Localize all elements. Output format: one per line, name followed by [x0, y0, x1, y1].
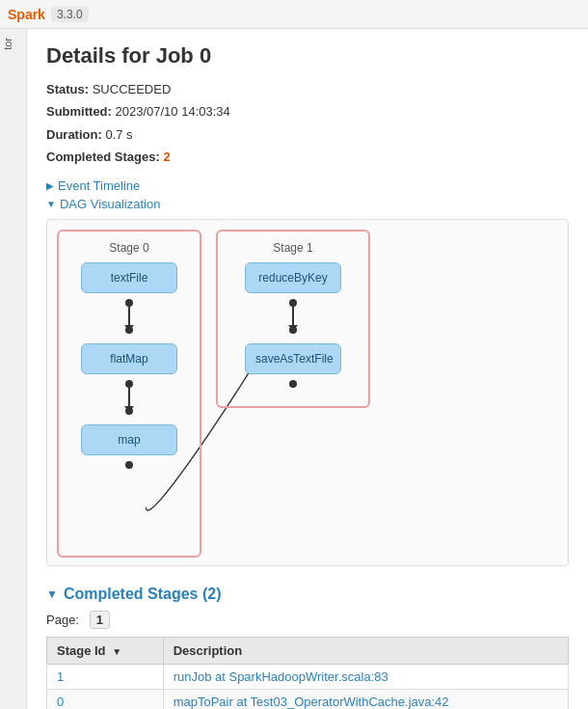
node-dot-8 — [289, 380, 297, 388]
status-row: Status: SUCCEEDED — [46, 78, 569, 100]
dag-arrow: ▼ — [46, 199, 56, 209]
col-stage-id[interactable]: Stage Id ▼ — [47, 637, 164, 664]
rdd-node-saveastextfile: saveAsTextFile — [245, 343, 341, 374]
event-timeline-toggle[interactable]: ▶ Event Timeline — [46, 178, 569, 193]
spark-logo: Spark — [8, 7, 45, 22]
stages-table: Stage Id ▼ Description 1 runJob at Spark… — [46, 637, 569, 709]
completed-stages-label: Completed Stages: — [46, 150, 160, 164]
event-timeline-section: ▶ Event Timeline ▼ DAG Visualization — [46, 178, 569, 211]
event-timeline-label: Event Timeline — [58, 178, 140, 193]
col-description[interactable]: Description — [163, 637, 568, 664]
sort-arrow-stage-id: ▼ — [112, 646, 121, 657]
rdd-node-textfile: textFile — [81, 262, 177, 293]
cell-desc-0: runJob at SparkHadoopWriter.scala:83 — [163, 664, 568, 689]
left-nav: tor — [0, 29, 27, 709]
main-content: Details for Job 0 Status: SUCCEEDED Subm… — [27, 29, 588, 709]
nav-item-tor: tor — [0, 34, 26, 54]
stage-1-nodes: reduceByKey saveAsTextFile — [227, 262, 359, 388]
dag-label: DAG Visualization — [60, 197, 161, 211]
node-dot-3 — [125, 380, 133, 388]
rdd-node-reducebykey: reduceByKey — [245, 262, 341, 293]
page-nav-top: Page: 1 — [46, 611, 569, 629]
dag-container: Stage 0 textFile flatMap map — [46, 219, 569, 566]
rdd-node-flatmap: flatMap — [81, 343, 177, 374]
status-value: SUCCEEDED — [93, 82, 172, 96]
node-dot-1 — [125, 299, 133, 307]
desc-link-1[interactable]: runJob at SparkHadoopWriter.scala:83 — [174, 669, 388, 684]
stage-1-box: Stage 1 reduceByKey saveAsTextFile — [216, 230, 370, 408]
status-label: Status: — [46, 82, 89, 96]
stage-0-nodes: textFile flatMap map — [68, 262, 190, 469]
completed-stages-heading: Completed Stages (2) — [64, 586, 222, 603]
connector-3 — [292, 307, 294, 326]
stage-id-link-1[interactable]: 1 — [57, 669, 64, 684]
event-timeline-arrow: ▶ — [46, 180, 54, 191]
connector-2 — [128, 388, 130, 407]
rdd-node-map: map — [81, 424, 177, 455]
completed-stages-count[interactable]: 2 — [163, 150, 170, 164]
submitted-value: 2023/07/10 14:03:34 — [116, 104, 230, 119]
stage-0-label: Stage 0 — [68, 241, 190, 255]
stage-id-link-0[interactable]: 0 — [57, 695, 64, 709]
page-number-top[interactable]: 1 — [90, 611, 110, 629]
desc-link-0[interactable]: mapToPair at Test03_OperatorWithCache.ja… — [174, 695, 449, 709]
table-row: 1 runJob at SparkHadoopWriter.scala:83 — [47, 664, 569, 689]
cell-stage-id-0: 1 — [47, 664, 164, 689]
node-dot-5 — [125, 461, 133, 469]
dag-toggle[interactable]: ▼ DAG Visualization — [46, 197, 569, 211]
connector-1 — [128, 307, 130, 326]
cell-stage-id-1: 0 — [47, 689, 164, 709]
page-title: Details for Job 0 — [46, 43, 569, 68]
completed-stages-title: ▼ Completed Stages (2) — [46, 586, 569, 603]
duration-label: Duration: — [46, 127, 102, 142]
stage-1-label: Stage 1 — [227, 241, 359, 255]
submitted-row: Submitted: 2023/07/10 14:03:34 — [46, 100, 569, 123]
completed-stages-row: Completed Stages: 2 — [46, 146, 569, 168]
page-label: Page: — [46, 613, 79, 627]
node-dot-6 — [289, 299, 297, 307]
meta-info: Status: SUCCEEDED Submitted: 2023/07/10 … — [46, 78, 569, 169]
duration-row: Duration: 0.7 s — [46, 123, 569, 146]
cell-desc-1: mapToPair at Test03_OperatorWithCache.ja… — [163, 689, 568, 709]
table-header-row: Stage Id ▼ Description — [47, 637, 569, 664]
submitted-label: Submitted: — [46, 104, 112, 119]
version-badge: 3.3.0 — [51, 7, 89, 22]
completed-stages-arrow: ▼ — [46, 587, 58, 601]
duration-value: 0.7 s — [105, 127, 132, 142]
table-row: 0 mapToPair at Test03_OperatorWithCache.… — [47, 689, 569, 709]
header-bar: Spark 3.3.0 — [0, 0, 588, 29]
stage-0-box: Stage 0 textFile flatMap map — [57, 230, 201, 558]
